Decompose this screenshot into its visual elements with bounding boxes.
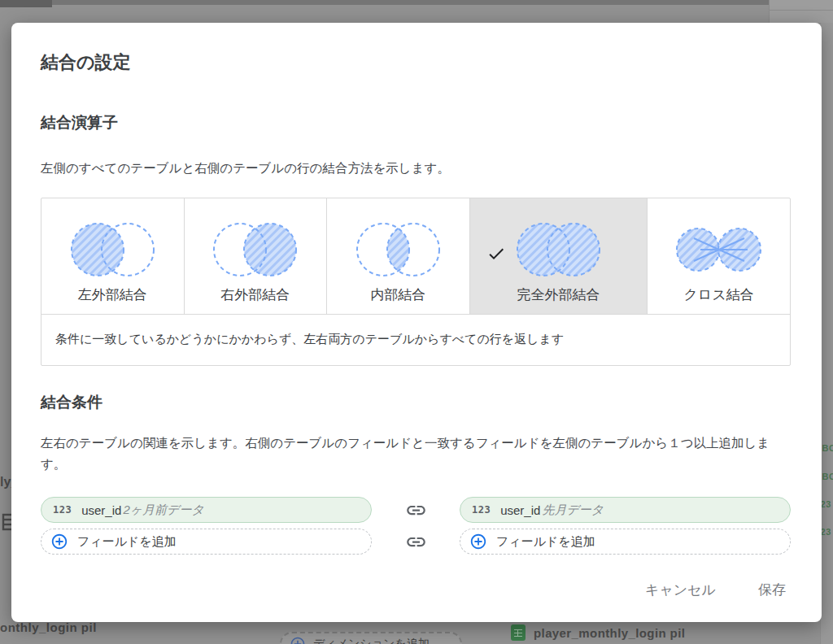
join-condition-description: 左右のテーブルの関連を示します。右側のテーブルのフィールドと一致するフィールドを… (41, 433, 791, 475)
link-icon (405, 499, 427, 521)
field-name: user_id (500, 503, 540, 517)
table-name: 2ヶ月前データ (123, 503, 203, 518)
left-field-chip[interactable]: 123 user_id 2ヶ月前データ (41, 497, 372, 523)
link-icon (405, 531, 427, 553)
venn-inner-icon (355, 220, 441, 279)
add-circle-icon (290, 636, 306, 644)
selected-join-description: 条件に一致しているかどうかにかかわらず、左右両方のテーブルからすべての行を返しま… (41, 314, 790, 365)
background-datasource-row: player_monthly_login pil (511, 624, 685, 641)
dialog-title: 結合の設定 (41, 50, 791, 75)
join-condition-heading: 結合条件 (41, 392, 791, 413)
join-option-left-outer[interactable]: 左外部結合 (41, 198, 185, 314)
numeric-type-icon: 123 (53, 504, 72, 516)
add-circle-icon (50, 533, 68, 550)
background-partial-text-bottom-right: player_monthly_login pil (534, 626, 685, 640)
dialog-footer: キャンセル 保存 (643, 576, 787, 604)
add-field-label: フィールドを追加 (77, 534, 177, 550)
add-circle-icon (469, 533, 487, 550)
join-option-cross[interactable]: クロス結合 (648, 198, 790, 314)
numeric-type-icon: 123 (472, 504, 491, 516)
add-dimension-button: ディメンションを追加 (280, 632, 462, 644)
add-dimension-label: ディメンションを追加 (313, 637, 430, 644)
join-operator-box: 左外部結合 右外部結合 (41, 198, 791, 366)
check-icon (486, 244, 506, 263)
table-name: 先月データ (542, 503, 604, 518)
join-option-label: クロス結合 (684, 285, 754, 304)
venn-full-outer-icon (516, 220, 601, 279)
join-settings-dialog: 結合の設定 結合演算子 左側のすべてのテーブルと右側のテーブルの行の結合方法を示… (11, 23, 822, 622)
save-button[interactable]: 保存 (757, 576, 787, 604)
add-field-button-right[interactable]: フィールドを追加 (460, 529, 791, 555)
field-name: user_id (81, 503, 121, 517)
background-partial-text-bottom-left: onthly_login pil (0, 620, 97, 634)
cancel-button[interactable]: キャンセル (643, 576, 717, 604)
join-operator-options: 左外部結合 右外部結合 (41, 198, 790, 314)
join-operator-description: 左側のすべてのテーブルと右側のテーブルの行の結合方法を示します。 (41, 158, 791, 179)
background-top-bar (0, 0, 833, 5)
background-right-column (820, 23, 833, 644)
join-option-label: 内部結合 (370, 285, 425, 304)
join-option-label: 完全外部結合 (517, 285, 600, 304)
sheets-icon (511, 624, 526, 641)
background-right-divider (769, 10, 833, 11)
add-field-label: フィールドを追加 (496, 534, 595, 550)
venn-left-outer-icon (70, 220, 155, 279)
join-condition-grid: 123 user_id 2ヶ月前データ 123 user_id 先月データ フィ… (41, 497, 791, 555)
add-field-button-left[interactable]: フィールドを追加 (41, 529, 372, 555)
join-option-label: 左外部結合 (78, 285, 147, 304)
right-field-chip[interactable]: 123 user_id 先月データ (460, 497, 791, 523)
background-top-left-corner (0, 0, 52, 7)
venn-cross-icon (676, 220, 761, 279)
join-operator-heading: 結合演算子 (41, 112, 791, 133)
venn-right-outer-icon (212, 220, 298, 279)
join-option-right-outer[interactable]: 右外部結合 (185, 198, 328, 314)
join-option-full-outer[interactable]: 完全外部結合 (470, 198, 648, 314)
background-right-panel (769, 0, 833, 23)
join-option-label: 右外部結合 (220, 285, 290, 304)
join-option-inner[interactable]: 内部結合 (327, 198, 470, 314)
